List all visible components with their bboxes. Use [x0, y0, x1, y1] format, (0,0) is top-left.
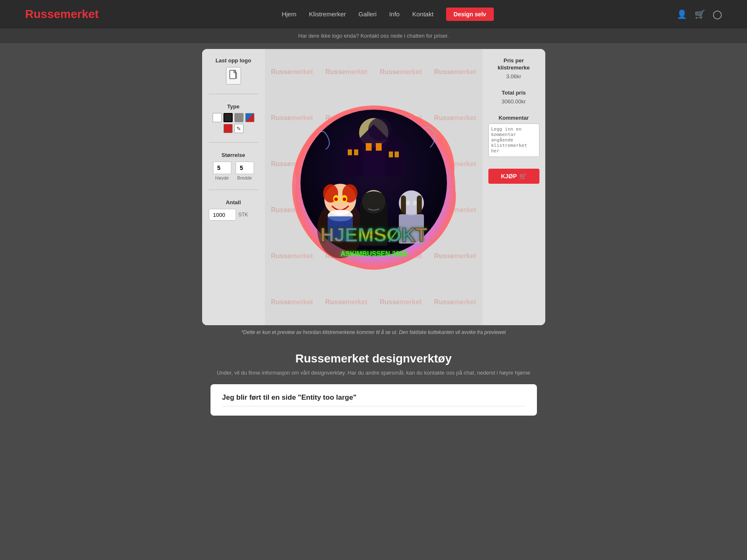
svg-point-25 [334, 198, 338, 201]
design-tool-container: Last opp logo Type ✎ [202, 49, 545, 325]
nav-icons: 👤 🛒 ◯ [677, 9, 722, 19]
bottom-subtitle: Under, vil du finne informasjon om vårt … [8, 370, 739, 376]
faq-title: Jeg blir ført til en side "Entity too la… [222, 393, 525, 402]
bottom-title: Russemerket designverktøy [8, 352, 739, 365]
bottom-section: Russemerket designverktøy Under, vil du … [0, 339, 747, 424]
price-per-title: Pris per klistremerke [488, 57, 539, 72]
size-inputs: Høyde Bredde [209, 162, 258, 180]
svg-point-36 [406, 200, 410, 206]
swatch-white[interactable] [213, 113, 222, 122]
nav-info[interactable]: Info [389, 10, 400, 18]
disclaimer-text: *Dette er kun et preview av hvordan klis… [227, 329, 520, 335]
nav-kontakt[interactable]: Kontakt [412, 10, 434, 18]
faq-card: Jeg blir ført til en side "Entity too la… [210, 384, 537, 416]
total-price-block: Total pris 3060.00kr [488, 90, 539, 105]
faq-divider [222, 406, 525, 406]
instagram-icon[interactable]: ◯ [713, 9, 722, 19]
cart-icon[interactable]: 🛒 [695, 9, 705, 19]
antall-unit: STK [239, 212, 248, 218]
svg-rect-13 [366, 143, 372, 151]
nav-klistremerker[interactable]: Klistremerker [309, 10, 346, 18]
size-label: Størrelse [209, 152, 258, 158]
width-box: Bredde [236, 162, 254, 180]
svg-rect-9 [344, 145, 362, 177]
svg-text:HJEMSØKT: HJEMSØKT [320, 224, 427, 246]
svg-point-32 [375, 199, 380, 205]
svg-rect-15 [348, 149, 352, 155]
svg-rect-14 [376, 143, 382, 151]
height-box: Høyde [213, 162, 231, 180]
svg-point-31 [367, 199, 372, 205]
svg-rect-11 [385, 147, 403, 177]
width-label: Bredde [237, 175, 252, 180]
swatch-holo[interactable] [245, 113, 254, 122]
nav-galleri[interactable]: Galleri [359, 10, 377, 18]
logo-prefix: Russe [25, 8, 60, 21]
size-section: Størrelse Høyde Bredde [209, 152, 258, 180]
info-banner: Har dere ikke logo enda? Kontakt oss ned… [0, 28, 747, 43]
swatch-red[interactable] [223, 124, 233, 133]
svg-text:ASKIMBUSSEN 2019: ASKIMBUSSEN 2019 [340, 250, 406, 257]
svg-rect-35 [417, 195, 422, 216]
swatch-black[interactable] [223, 113, 233, 122]
total-price-value: 3060.00kr [488, 98, 539, 105]
upload-button[interactable] [226, 67, 241, 85]
type-swatches: ✎ [209, 113, 258, 133]
total-price-title: Total pris [488, 90, 539, 97]
nav-links: Hjem Klistremerker Galleri Info Kontakt … [282, 8, 493, 21]
svg-rect-34 [401, 195, 406, 216]
height-label: Høyde [215, 175, 228, 180]
cart-icon-buy: 🛒 [519, 173, 526, 180]
width-input[interactable] [236, 162, 254, 174]
antall-input[interactable] [209, 209, 236, 221]
buy-button[interactable]: KJØP 🛒 [488, 169, 539, 184]
logo-suffix: merket [60, 8, 99, 21]
upload-label: Last opp logo [209, 57, 258, 64]
banner-text: Har dere ikke logo enda? Kontakt oss ned… [298, 33, 449, 39]
logo[interactable]: Russemerket [25, 8, 99, 21]
navbar: Russemerket Hjem Klistremerker Galleri I… [0, 0, 747, 28]
account-icon[interactable]: 👤 [677, 9, 687, 19]
sticker-preview-area: Russemerket Russemerket Russemerket Russ… [265, 49, 483, 325]
type-label: Type [209, 103, 258, 110]
comment-textarea[interactable] [488, 123, 539, 157]
nav-hjem[interactable]: Hjem [282, 10, 296, 18]
svg-point-37 [413, 200, 417, 206]
comment-label: Kommentar [488, 115, 539, 121]
svg-rect-0 [230, 70, 236, 79]
design-selv-button[interactable]: Design selv [446, 8, 494, 21]
sticker-svg: HJEMSØKT HJEMSØKT ASKIMBUSSEN 2019 [286, 99, 462, 275]
left-panel: Last opp logo Type ✎ [202, 49, 265, 325]
height-input[interactable] [213, 162, 231, 174]
upload-section: Last opp logo [209, 57, 258, 85]
swatch-gray[interactable] [234, 113, 244, 122]
price-per-block: Pris per klistremerke 3.06kr [488, 57, 539, 80]
comment-block: Kommentar [488, 115, 539, 159]
buy-button-label: KJØP [501, 173, 517, 180]
svg-rect-7 [359, 139, 388, 177]
svg-rect-17 [389, 152, 393, 157]
antall-section: Antall STK [209, 199, 258, 221]
svg-rect-18 [395, 152, 399, 157]
sticker-image: HJEMSØKT HJEMSØKT ASKIMBUSSEN 2019 [286, 99, 462, 275]
svg-point-26 [343, 198, 346, 201]
antall-label: Antall [209, 199, 258, 206]
swatch-pen[interactable]: ✎ [234, 124, 244, 133]
svg-rect-16 [354, 149, 358, 155]
price-per-value: 3.06kr [488, 73, 539, 80]
type-section: Type ✎ [209, 103, 258, 133]
right-panel: Pris per klistremerke 3.06kr Total pris … [483, 49, 545, 325]
antall-row: STK [209, 209, 258, 221]
